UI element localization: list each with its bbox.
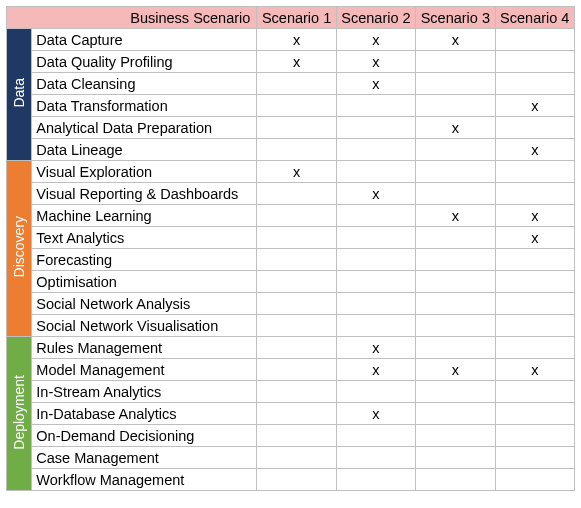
matrix-cell [336, 249, 415, 271]
matrix-cell: x [257, 29, 336, 51]
matrix-cell [257, 337, 336, 359]
matrix-cell [495, 29, 574, 51]
table-row: Visual Reporting & Dashboardsx [7, 183, 575, 205]
matrix-cell [495, 403, 574, 425]
table-row: Data Cleansingx [7, 73, 575, 95]
row-label: Social Network Analysis [32, 293, 257, 315]
row-label: Visual Exploration [32, 161, 257, 183]
matrix-cell [416, 337, 495, 359]
row-label: On-Demand Decisioning [32, 425, 257, 447]
row-label: In-Database Analytics [32, 403, 257, 425]
matrix-cell [495, 425, 574, 447]
matrix-cell [257, 117, 336, 139]
matrix-cell: x [416, 29, 495, 51]
row-label: Model Management [32, 359, 257, 381]
matrix-cell [495, 161, 574, 183]
matrix-cell [257, 73, 336, 95]
matrix-cell [416, 425, 495, 447]
matrix-cell: x [416, 117, 495, 139]
matrix-cell [495, 293, 574, 315]
matrix-cell [495, 183, 574, 205]
row-label: Social Network Visualisation [32, 315, 257, 337]
matrix-cell [416, 403, 495, 425]
row-label: Workflow Management [32, 469, 257, 491]
matrix-cell [416, 51, 495, 73]
table-row: Data Transformationx [7, 95, 575, 117]
table-row: Social Network Visualisation [7, 315, 575, 337]
matrix-cell [257, 249, 336, 271]
matrix-cell [257, 359, 336, 381]
table-row: Optimisation [7, 271, 575, 293]
col-scenario-2: Scenario 2 [336, 7, 415, 29]
header-corner: Business Scenario [7, 7, 257, 29]
category-label: Data [7, 78, 31, 108]
matrix-cell [416, 161, 495, 183]
category-depl: Deployment [7, 337, 32, 491]
matrix-cell [336, 469, 415, 491]
table-row: Data Quality Profilingxx [7, 51, 575, 73]
category-label: Discovery [7, 216, 31, 277]
matrix-cell [336, 425, 415, 447]
scenario-matrix-table: Business Scenario Scenario 1 Scenario 2 … [6, 6, 575, 491]
matrix-cell [336, 161, 415, 183]
row-label: Data Quality Profiling [32, 51, 257, 73]
matrix-cell [495, 271, 574, 293]
matrix-cell [495, 337, 574, 359]
matrix-cell [416, 73, 495, 95]
matrix-cell: x [495, 95, 574, 117]
category-label: Deployment [7, 375, 31, 450]
row-label: Visual Reporting & Dashboards [32, 183, 257, 205]
row-label: Case Management [32, 447, 257, 469]
row-label: Data Cleansing [32, 73, 257, 95]
row-label: Text Analytics [32, 227, 257, 249]
table-row: Workflow Management [7, 469, 575, 491]
table-row: Forecasting [7, 249, 575, 271]
matrix-cell [257, 447, 336, 469]
row-label: Data Lineage [32, 139, 257, 161]
matrix-cell [336, 205, 415, 227]
col-scenario-3: Scenario 3 [416, 7, 495, 29]
matrix-cell [416, 469, 495, 491]
table-row: DiscoveryVisual Explorationx [7, 161, 575, 183]
matrix-cell [336, 95, 415, 117]
matrix-cell [257, 205, 336, 227]
table-row: Machine Learningxx [7, 205, 575, 227]
matrix-cell: x [336, 359, 415, 381]
matrix-cell: x [336, 403, 415, 425]
category-data: Data [7, 29, 32, 161]
matrix-cell [336, 227, 415, 249]
category-disc: Discovery [7, 161, 32, 337]
row-label: Rules Management [32, 337, 257, 359]
row-label: Data Transformation [32, 95, 257, 117]
table-row: Data Lineagex [7, 139, 575, 161]
matrix-cell: x [495, 359, 574, 381]
table-row: Social Network Analysis [7, 293, 575, 315]
table-row: Text Analyticsx [7, 227, 575, 249]
matrix-cell: x [336, 73, 415, 95]
matrix-cell [257, 227, 336, 249]
table-row: Analytical Data Preparationx [7, 117, 575, 139]
matrix-cell [495, 381, 574, 403]
matrix-cell: x [336, 29, 415, 51]
table-row: DeploymentRules Managementx [7, 337, 575, 359]
matrix-cell: x [336, 183, 415, 205]
matrix-cell [257, 425, 336, 447]
matrix-cell [257, 271, 336, 293]
table-row: In-Stream Analytics [7, 381, 575, 403]
matrix-cell [416, 447, 495, 469]
matrix-cell [416, 227, 495, 249]
matrix-cell: x [336, 51, 415, 73]
matrix-cell [495, 447, 574, 469]
matrix-cell [336, 271, 415, 293]
matrix-cell [257, 293, 336, 315]
row-label: In-Stream Analytics [32, 381, 257, 403]
matrix-cell [495, 249, 574, 271]
matrix-cell [416, 381, 495, 403]
matrix-cell [336, 139, 415, 161]
matrix-cell: x [416, 359, 495, 381]
row-label: Data Capture [32, 29, 257, 51]
table-row: On-Demand Decisioning [7, 425, 575, 447]
matrix-cell [257, 315, 336, 337]
matrix-cell [416, 249, 495, 271]
row-label: Forecasting [32, 249, 257, 271]
